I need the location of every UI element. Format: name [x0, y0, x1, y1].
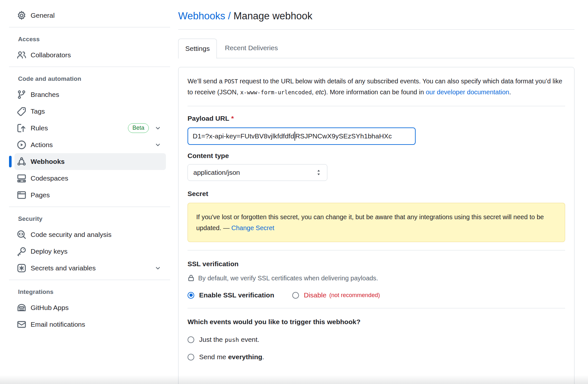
sidebar-item-label: Codespaces	[31, 174, 68, 182]
page-title-current: Manage webhook	[234, 10, 313, 22]
key-icon	[17, 247, 26, 256]
text-segment: Send me	[199, 353, 228, 361]
disable-ssl-label[interactable]: Disable	[304, 291, 326, 299]
send-everything-label[interactable]: Send me everything.	[199, 353, 264, 361]
mail-icon	[17, 320, 26, 329]
sidebar-item-label: Secrets and variables	[31, 264, 96, 272]
chevron-down-icon[interactable]	[155, 142, 161, 148]
section-divider	[188, 250, 565, 250]
change-secret-link[interactable]: Change Secret	[231, 224, 274, 231]
sidebar-item-webhooks[interactable]: Webhooks	[14, 153, 166, 170]
content-type-label: Content type	[188, 152, 565, 160]
lock-icon	[188, 274, 195, 282]
rules-icon	[17, 123, 26, 133]
tab-recent-deliveries[interactable]: Recent Deliveries	[217, 38, 286, 58]
text-segment: ,	[312, 89, 315, 96]
payload-url-input[interactable]: D1=?x-api-key=FUtvBV8vjlkfdfdfdRSJPNCwX9…	[188, 127, 416, 145]
sidebar-item-label: Actions	[31, 141, 53, 149]
sidebar-section-header-integrations: Integrations	[18, 288, 170, 295]
enable-ssl-label[interactable]: Enable SSL verification	[199, 291, 274, 299]
webhooks-breadcrumb-link[interactable]: Webhooks /	[178, 10, 231, 22]
content-type-value: application/json	[193, 169, 240, 176]
text-segment: event.	[239, 336, 259, 343]
webhook-icon	[17, 157, 26, 166]
text-segment: POST	[224, 78, 238, 85]
event-option-everything: Send me everything.	[188, 353, 565, 361]
sidebar-item-rules[interactable]: RulesBeta	[14, 120, 166, 136]
repo-settings-page: GeneralAccessCollaboratorsCode and autom…	[0, 0, 588, 384]
sidebar-item-general[interactable]: General	[14, 7, 166, 24]
sidebar-divider	[9, 207, 170, 207]
text-segment: ). More information can be found in	[324, 89, 426, 96]
codespaces-icon	[17, 173, 26, 183]
sidebar-item-pages[interactable]: Pages	[14, 187, 166, 203]
text-segment: everything	[228, 353, 262, 361]
sidebar-divider	[9, 27, 170, 27]
sidebar-item-actions[interactable]: Actions	[14, 136, 166, 153]
sidebar-item-github-apps[interactable]: GitHub Apps	[14, 299, 166, 316]
sidebar-item-deploy-keys[interactable]: Deploy keys	[14, 243, 166, 260]
tab-settings[interactable]: Settings	[178, 39, 217, 59]
webhook-intro-text: We’ll send a POST request to the URL bel…	[188, 76, 565, 98]
settings-sidebar: GeneralAccessCollaboratorsCode and autom…	[0, 0, 170, 333]
webhook-settings-panel: We’ll send a POST request to the URL bel…	[178, 67, 574, 384]
disable-ssl-radio[interactable]	[292, 292, 299, 299]
sidebar-item-label: Collaborators	[31, 51, 71, 59]
developer-documentation-link[interactable]: our developer documentation	[426, 89, 509, 96]
browser-icon	[17, 190, 26, 200]
git-branch-icon	[17, 90, 26, 99]
ssl-description: By default, we verify SSL certificates w…	[198, 275, 378, 282]
sidebar-item-label: Rules	[31, 124, 48, 132]
text-segment: We’ll send a	[188, 78, 224, 85]
payload-url-value-before-caret: D1=?x-api-key=FUtvBV8vjlkfdfdfd	[193, 132, 294, 140]
content-type-select[interactable]: application/json	[188, 164, 327, 181]
text-segment: push	[225, 336, 239, 343]
hubot-icon	[17, 303, 26, 313]
sidebar-section-header-code-and-automation: Code and automation	[18, 75, 170, 82]
sidebar-item-label: Code security and analysis	[31, 231, 111, 239]
sidebar-item-tags[interactable]: Tags	[14, 103, 166, 120]
secret-warning-banner: If you've lost or forgotten this secret,…	[188, 203, 565, 242]
just-push-label[interactable]: Just the push event.	[199, 336, 259, 343]
sidebar-section-header-access: Access	[18, 36, 170, 43]
sidebar-item-label: Branches	[31, 91, 59, 98]
chevron-down-icon[interactable]	[155, 125, 161, 131]
text-segment: Just the	[199, 336, 225, 343]
send-everything-radio[interactable]	[188, 354, 194, 361]
sidebar-item-code-security-and-analysis[interactable]: Code security and analysis	[14, 226, 166, 243]
payload-url-label: Payload URL*	[188, 115, 565, 122]
sidebar-item-collaborators[interactable]: Collaborators	[14, 47, 166, 63]
ssl-verification-heading: SSL verification	[188, 260, 565, 268]
sidebar-item-label: Webhooks	[31, 158, 65, 165]
play-icon	[17, 140, 26, 150]
text-segment: x-www-form-urlencoded	[240, 89, 312, 96]
main-content: Webhooks / Manage webhook Settings Recen…	[178, 0, 574, 384]
ssl-radio-row: Enable SSL verification Disable (not rec…	[188, 291, 565, 299]
disable-ssl-note: (not recommended)	[329, 292, 380, 299]
section-divider	[188, 308, 565, 308]
text-segment: .	[509, 89, 511, 96]
sidebar-item-codespaces[interactable]: Codespaces	[14, 170, 166, 187]
sidebar-item-label: Email notifications	[31, 321, 85, 328]
sidebar-section-header-security: Security	[18, 215, 170, 222]
sidebar-item-branches[interactable]: Branches	[14, 86, 166, 103]
text-segment: etc	[315, 89, 324, 96]
sidebar-item-secrets-and-variables[interactable]: Secrets and variables	[14, 260, 166, 276]
code-scan-icon	[17, 230, 26, 239]
payload-url-value-after-caret: RSJPNCwX9ySEzSYh1bhaHXc	[295, 132, 392, 140]
event-option-push: Just the push event.	[188, 336, 565, 343]
just-push-radio[interactable]	[188, 336, 194, 343]
sidebar-divider	[9, 67, 170, 67]
chevron-down-icon[interactable]	[155, 265, 161, 271]
sidebar-item-email-notifications[interactable]: Email notifications	[14, 316, 166, 333]
enable-ssl-radio[interactable]	[188, 292, 194, 299]
text-segment: .	[262, 353, 264, 361]
secret-label: Secret	[188, 190, 565, 198]
section-divider	[188, 106, 565, 106]
page-title: Webhooks / Manage webhook	[178, 0, 574, 23]
sidebar-divider	[9, 280, 170, 280]
required-asterisk: *	[231, 115, 234, 122]
sidebar-item-label: Tags	[31, 108, 45, 115]
selected-indicator	[9, 156, 12, 167]
sidebar-item-label: GitHub Apps	[31, 304, 69, 312]
